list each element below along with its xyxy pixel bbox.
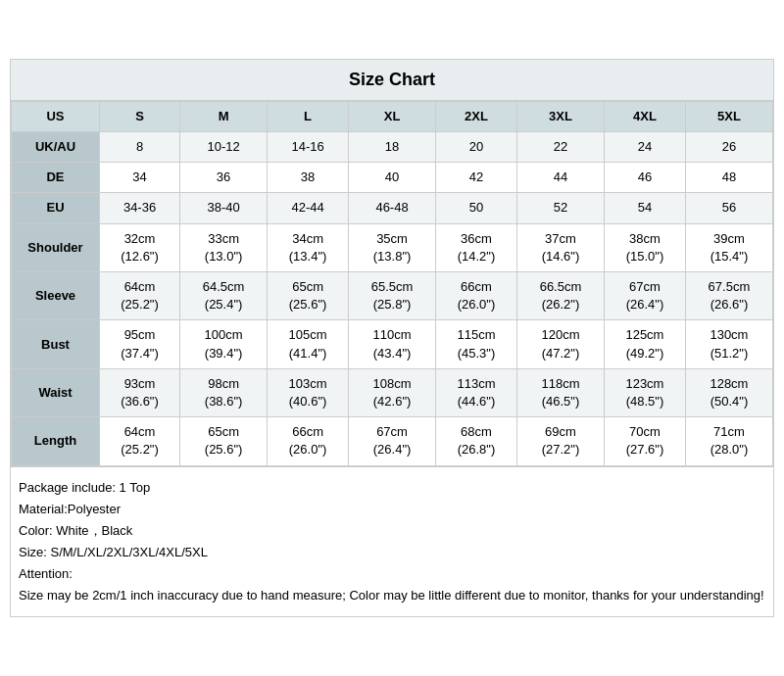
cell-0-1: 10-12 — [180, 132, 268, 163]
cell-0-2: 14-16 — [268, 132, 349, 163]
header-cell-4: XL — [349, 101, 436, 131]
cell-0-0: 8 — [100, 132, 180, 163]
cell-4-5: 66.5cm(26.2") — [516, 272, 604, 320]
cell-1-7: 48 — [685, 163, 772, 193]
size-table: USSMLXL2XL3XL4XL5XL UK/AU810-1214-161820… — [11, 101, 773, 466]
cell-2-2: 42-44 — [268, 193, 349, 223]
chart-title: Size Chart — [11, 60, 773, 101]
cell-6-7: 128cm(50.4") — [685, 368, 772, 416]
cell-3-4: 36cm(14.2") — [436, 223, 517, 271]
row-label-6: Waist — [12, 368, 100, 416]
cell-0-4: 20 — [436, 132, 517, 163]
header-cell-7: 4XL — [605, 101, 686, 131]
row-label-2: EU — [12, 193, 100, 223]
notes-line3: Color: White，Black — [19, 520, 765, 542]
cell-4-1: 64.5cm(25.4") — [180, 272, 268, 320]
table-row: Length64cm(25.2")65cm(25.6")66cm(26.0")6… — [12, 417, 773, 465]
cell-7-2: 66cm(26.0") — [268, 417, 349, 465]
cell-1-3: 40 — [349, 163, 436, 193]
cell-7-6: 70cm(27.6") — [605, 417, 686, 465]
header-cell-2: M — [180, 101, 268, 131]
cell-6-5: 118cm(46.5") — [516, 368, 604, 416]
cell-0-6: 24 — [605, 132, 686, 163]
cell-0-3: 18 — [349, 132, 436, 163]
table-row: UK/AU810-1214-161820222426 — [12, 132, 773, 163]
cell-1-2: 38 — [268, 163, 349, 193]
table-row: DE3436384042444648 — [12, 163, 773, 193]
cell-5-5: 120cm(47.2") — [516, 320, 604, 368]
cell-6-6: 123cm(48.5") — [605, 368, 686, 416]
cell-3-2: 34cm(13.4") — [268, 223, 349, 271]
cell-4-3: 65.5cm(25.8") — [349, 272, 436, 320]
cell-6-4: 113cm(44.6") — [436, 368, 517, 416]
cell-0-7: 26 — [685, 132, 772, 163]
notes-line5: Attention: — [19, 563, 765, 585]
cell-4-0: 64cm(25.2") — [100, 272, 180, 320]
cell-6-2: 103cm(40.6") — [268, 368, 349, 416]
notes-line4: Size: S/M/L/XL/2XL/3XL/4XL/5XL — [19, 542, 765, 563]
cell-7-0: 64cm(25.2") — [100, 417, 180, 465]
table-row: Bust95cm(37.4")100cm(39.4")105cm(41.4")1… — [12, 320, 773, 368]
cell-3-7: 39cm(15.4") — [685, 223, 772, 271]
notes-line6: Size may be 2cm/1 inch inaccuracy due to… — [19, 585, 765, 606]
table-row: EU34-3638-4042-4446-4850525456 — [12, 193, 773, 223]
cell-2-4: 50 — [436, 193, 517, 223]
cell-3-6: 38cm(15.0") — [605, 223, 686, 271]
cell-1-4: 42 — [436, 163, 517, 193]
cell-1-5: 44 — [516, 163, 604, 193]
notes-line2: Material:Polyester — [19, 499, 765, 520]
cell-7-7: 71cm(28.0") — [685, 417, 772, 465]
row-label-1: DE — [12, 163, 100, 193]
cell-5-1: 100cm(39.4") — [180, 320, 268, 368]
cell-7-4: 68cm(26.8") — [436, 417, 517, 465]
table-row: Sleeve64cm(25.2")64.5cm(25.4")65cm(25.6"… — [12, 272, 773, 320]
header-cell-1: S — [100, 101, 180, 131]
notes-line1: Package include: 1 Top — [19, 477, 765, 499]
cell-3-0: 32cm(12.6") — [100, 223, 180, 271]
cell-4-6: 67cm(26.4") — [605, 272, 686, 320]
row-label-5: Bust — [12, 320, 100, 368]
cell-2-0: 34-36 — [100, 193, 180, 223]
cell-2-6: 54 — [605, 193, 686, 223]
cell-1-0: 34 — [100, 163, 180, 193]
cell-4-7: 67.5cm(26.6") — [685, 272, 772, 320]
row-label-3: Shoulder — [12, 223, 100, 271]
cell-6-3: 108cm(42.6") — [349, 368, 436, 416]
cell-5-7: 130cm(51.2") — [685, 320, 772, 368]
row-label-7: Length — [12, 417, 100, 465]
cell-6-1: 98cm(38.6") — [180, 368, 268, 416]
cell-5-6: 125cm(49.2") — [605, 320, 686, 368]
header-cell-8: 5XL — [685, 101, 772, 131]
cell-3-5: 37cm(14.6") — [516, 223, 604, 271]
row-label-0: UK/AU — [12, 132, 100, 163]
table-row: Waist93cm(36.6")98cm(38.6")103cm(40.6")1… — [12, 368, 773, 416]
cell-5-0: 95cm(37.4") — [100, 320, 180, 368]
cell-2-3: 46-48 — [349, 193, 436, 223]
cell-1-1: 36 — [180, 163, 268, 193]
cell-7-3: 67cm(26.4") — [349, 417, 436, 465]
cell-2-5: 52 — [516, 193, 604, 223]
header-cell-3: L — [268, 101, 349, 131]
cell-3-3: 35cm(13.8") — [349, 223, 436, 271]
cell-1-6: 46 — [605, 163, 686, 193]
cell-7-1: 65cm(25.6") — [180, 417, 268, 465]
cell-4-4: 66cm(26.0") — [436, 272, 517, 320]
table-row: Shoulder32cm(12.6")33cm(13.0")34cm(13.4"… — [12, 223, 773, 271]
header-cell-0: US — [12, 101, 100, 131]
cell-5-3: 110cm(43.4") — [349, 320, 436, 368]
header-cell-5: 2XL — [436, 101, 517, 131]
size-chart-container: Size Chart USSMLXL2XL3XL4XL5XL UK/AU810-… — [10, 59, 774, 617]
cell-6-0: 93cm(36.6") — [100, 368, 180, 416]
cell-3-1: 33cm(13.0") — [180, 223, 268, 271]
table-header-row: USSMLXL2XL3XL4XL5XL — [12, 101, 773, 131]
cell-2-7: 56 — [685, 193, 772, 223]
cell-5-2: 105cm(41.4") — [268, 320, 349, 368]
cell-0-5: 22 — [516, 132, 604, 163]
row-label-4: Sleeve — [12, 272, 100, 320]
cell-4-2: 65cm(25.6") — [268, 272, 349, 320]
cell-5-4: 115cm(45.3") — [436, 320, 517, 368]
notes-section: Package include: 1 Top Material:Polyeste… — [11, 466, 773, 617]
cell-2-1: 38-40 — [180, 193, 268, 223]
cell-7-5: 69cm(27.2") — [516, 417, 604, 465]
header-cell-6: 3XL — [516, 101, 604, 131]
